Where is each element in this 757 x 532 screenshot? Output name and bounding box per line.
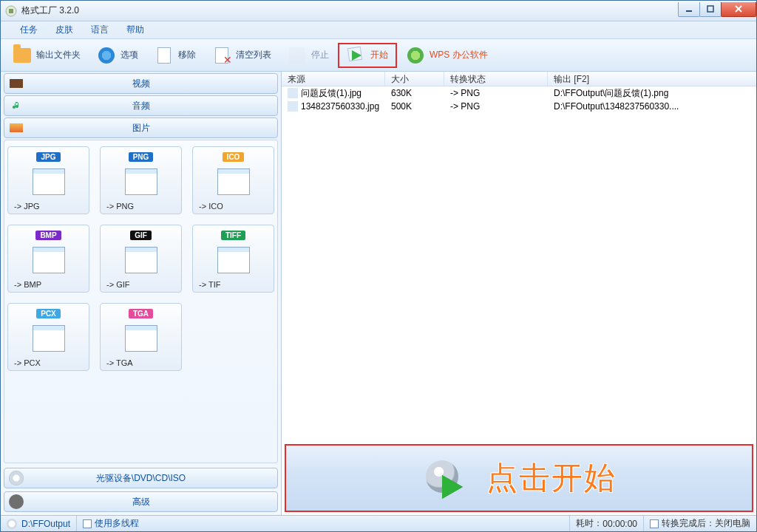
stop-label: 停止 [311,49,329,61]
start-button[interactable]: 开始 [338,43,397,68]
wps-label: WPS 办公软件 [430,49,488,61]
after-checkbox[interactable] [650,519,659,528]
col-source[interactable]: 来源 [282,72,385,86]
cell-size: 500K [385,100,444,113]
format-pill: TIFF [221,231,245,240]
output-path-text: D:\FFOutput [21,519,70,529]
table-row[interactable]: 1348237560330.jpg500K-> PNGD:\FFOutput\1… [282,100,756,113]
format-caption: -> PCX [14,355,83,367]
status-after[interactable]: 转换完成后： 关闭电脑 [643,516,756,531]
menu-task[interactable]: 任务 [11,21,47,38]
titlebar: 格式工厂 3.2.0 [1,1,756,21]
close-button[interactable] [721,2,756,17]
left-panel: 视频 音频 图片 JPG-> JPGPNG-> PNGICO-> ICOBMP-… [1,72,282,515]
category-advanced-label: 高级 [132,496,150,508]
table-row[interactable]: 问题反馈(1).jpg630K-> PNGD:\FFOutput\问题反馈(1)… [282,86,756,100]
list-header: 来源 大小 转换状态 输出 [F2] [282,72,756,86]
wps-icon [406,46,425,65]
format-card-ico[interactable]: ICO-> ICO [192,146,274,214]
category-video[interactable]: 视频 [4,73,278,94]
col-state[interactable]: 转换状态 [444,72,548,86]
format-pill: GIF [130,231,152,240]
format-caption: -> GIF [106,277,175,289]
col-size[interactable]: 大小 [385,72,444,86]
format-card-png[interactable]: PNG-> PNG [100,146,182,214]
cell-output: D:\FFOutput\问题反馈(1).png [548,86,756,101]
cell-source: 问题反馈(1).jpg [301,87,361,100]
video-icon [9,78,24,89]
category-video-label: 视频 [132,78,150,90]
format-caption: -> ICO [199,199,268,211]
menu-lang[interactable]: 语言 [82,21,118,38]
start-banner[interactable]: 点击开始 [285,444,753,512]
format-pill: PNG [129,152,154,162]
advanced-icon [9,496,24,508]
multithread-checkbox[interactable] [83,519,92,528]
clear-list-label: 清空列表 [236,49,271,61]
format-thumb [14,321,83,355]
folder-icon [13,46,32,65]
format-pill: ICO [223,152,245,162]
status-output-path[interactable]: D:\FFOutput [1,516,76,531]
category-picture-label: 图片 [132,122,150,134]
format-thumb [199,243,268,277]
clear-list-button[interactable]: 清空列表 [205,43,279,68]
menu-help[interactable]: 帮助 [118,21,153,38]
toolbar: 输出文件夹 选项 移除 清空列表 停止 开始 WPS 办公软件 [1,39,756,72]
format-caption: -> TGA [106,355,175,367]
format-card-gif[interactable]: GIF-> GIF [100,225,182,293]
svg-rect-1 [686,10,692,12]
category-disc-label: 光驱设备\DVD\CD\ISO [96,472,186,485]
format-pill: JPG [36,152,60,162]
elapsed-label: 耗时： [576,517,602,530]
category-disc[interactable]: 光驱设备\DVD\CD\ISO [4,468,278,488]
category-audio[interactable]: 音频 [4,95,278,116]
maximize-button[interactable] [699,2,722,17]
body: 视频 音频 图片 JPG-> JPGPNG-> PNGICO-> ICOBMP-… [1,72,756,515]
format-thumb [14,165,83,199]
stop-button[interactable]: 停止 [280,43,336,68]
format-thumb [106,243,175,277]
remove-button[interactable]: 移除 [147,43,203,68]
svg-rect-2 [707,6,713,12]
format-pill: PCX [36,309,61,318]
col-output[interactable]: 输出 [F2] [548,72,756,86]
statusbar: D:\FFOutput 使用多线程 耗时： 00:00:00 转换完成后： 关闭… [1,515,756,531]
category-audio-label: 音频 [132,100,150,112]
format-card-tiff[interactable]: TIFF-> TIF [192,225,274,293]
format-card-tga[interactable]: TGA-> TGA [100,303,182,371]
banner-play-icon [421,457,473,499]
cell-output: D:\FFOutput\1348237560330.... [548,100,756,113]
format-thumb [199,165,268,199]
picture-icon [9,122,24,134]
status-elapsed: 耗时： 00:00:00 [569,516,643,531]
format-pill: TGA [129,309,153,318]
app-icon [5,5,17,17]
minimize-button[interactable] [678,2,700,17]
format-card-bmp[interactable]: BMP-> BMP [7,225,89,293]
window-buttons [679,2,756,17]
status-multithread[interactable]: 使用多线程 [76,516,145,531]
format-panel: JPG-> JPGPNG-> PNGICO-> ICOBMP-> BMPGIF-… [4,140,278,463]
wps-button[interactable]: WPS 办公软件 [398,43,495,68]
category-advanced[interactable]: 高级 [4,491,278,512]
doc-icon [155,46,174,65]
file-icon [288,88,298,98]
format-card-pcx[interactable]: PCX-> PCX [7,303,89,371]
stop-icon [288,46,307,65]
play-icon [347,46,366,65]
file-icon [288,101,298,112]
menu-skin[interactable]: 皮肤 [47,21,82,38]
cell-size: 630K [385,86,444,100]
output-folder-button[interactable]: 输出文件夹 [5,43,88,68]
format-pill: BMP [35,231,61,240]
format-thumb [14,243,83,277]
cell-state: -> PNG [444,86,548,100]
category-picture[interactable]: 图片 [4,117,278,138]
remove-label: 移除 [178,49,196,61]
multithread-label: 使用多线程 [95,517,139,530]
options-button[interactable]: 选项 [89,43,146,68]
doc-x-icon [212,46,231,65]
gear-icon [97,46,116,65]
format-card-jpg[interactable]: JPG-> JPG [7,146,89,214]
